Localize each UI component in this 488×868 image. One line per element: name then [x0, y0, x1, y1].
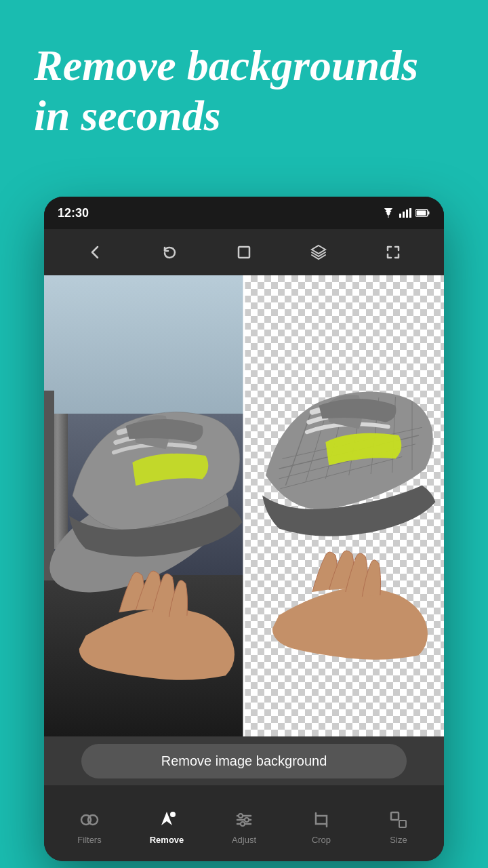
remove-label: Remove	[150, 835, 184, 845]
crop-icon	[310, 809, 332, 831]
svg-rect-6	[417, 211, 426, 216]
image-original	[44, 275, 244, 736]
nav-item-size[interactable]: Size	[360, 809, 437, 845]
svg-point-27	[245, 818, 249, 822]
size-icon	[388, 809, 409, 831]
svg-rect-30	[399, 821, 406, 827]
filters-icon	[79, 809, 100, 831]
battery-icon	[415, 209, 430, 217]
nav-item-adjust[interactable]: Adjust	[205, 809, 283, 845]
adjust-label: Adjust	[232, 835, 256, 845]
svg-rect-0	[399, 214, 401, 218]
shoe-left	[44, 309, 244, 682]
svg-rect-5	[428, 212, 430, 215]
signal-icon	[399, 208, 411, 218]
svg-point-21	[88, 815, 98, 825]
split-divider	[243, 275, 245, 736]
status-bar: 12:30	[44, 197, 444, 229]
svg-point-28	[241, 822, 245, 826]
toolbar	[44, 229, 444, 275]
crop-button[interactable]	[229, 237, 259, 267]
crop-label: Crop	[312, 835, 331, 845]
svg-rect-1	[403, 212, 405, 218]
status-time: 12:30	[58, 206, 89, 220]
phone-mockup: 12:30	[44, 197, 444, 861]
adjust-icon	[233, 809, 255, 831]
undo-button[interactable]	[155, 237, 184, 267]
remove-icon	[156, 809, 178, 831]
svg-rect-29	[391, 812, 399, 820]
image-canvas	[44, 275, 444, 736]
layers-button[interactable]	[304, 237, 333, 267]
expand-button[interactable]	[378, 237, 408, 267]
nav-item-remove[interactable]: Remove	[128, 809, 205, 845]
remove-bg-label: Remove image background	[161, 753, 327, 768]
nav-item-crop[interactable]: Crop	[283, 809, 360, 845]
remove-bg-inner[interactable]: Remove image background	[81, 744, 407, 778]
svg-point-26	[239, 814, 243, 818]
nav-item-filters[interactable]: Filters	[51, 809, 128, 845]
svg-rect-3	[409, 208, 411, 218]
hero-title: Remove backgrounds in seconds	[34, 41, 454, 140]
image-removed-bg	[244, 275, 444, 736]
svg-rect-2	[406, 210, 408, 218]
status-icons	[382, 208, 430, 218]
size-label: Size	[390, 835, 407, 845]
back-button[interactable]	[80, 237, 110, 267]
filters-label: Filters	[77, 835, 101, 845]
svg-point-22	[170, 812, 176, 817]
bottom-nav: Filters Remove Adjust	[44, 785, 444, 861]
remove-bg-button-area[interactable]: Remove image background	[44, 736, 444, 785]
shoe-right	[224, 289, 444, 662]
wifi-icon	[382, 208, 395, 218]
svg-rect-7	[239, 247, 249, 258]
